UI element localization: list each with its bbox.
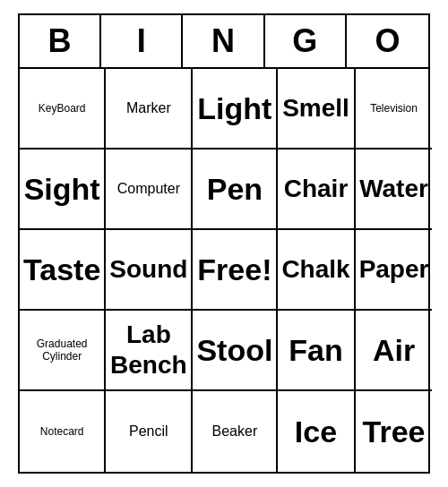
cell-text: Graduated Cylinder bbox=[23, 337, 100, 363]
bingo-header: BINGO bbox=[20, 15, 428, 69]
bingo-card: BINGO KeyBoardMarkerLightSmellTelevision… bbox=[18, 13, 430, 474]
bingo-cell[interactable]: Sight bbox=[20, 150, 106, 230]
bingo-cell[interactable]: Chalk bbox=[278, 230, 355, 311]
cell-text: Light bbox=[197, 90, 271, 127]
cell-text: Notecard bbox=[40, 425, 84, 438]
bingo-cell[interactable]: Free! bbox=[193, 230, 278, 311]
cell-text: Chalk bbox=[281, 254, 349, 285]
bingo-cell[interactable]: Sound bbox=[106, 230, 193, 311]
bingo-cell[interactable]: Pencil bbox=[106, 391, 193, 472]
header-letter: O bbox=[347, 15, 428, 67]
header-letter: I bbox=[101, 15, 183, 67]
cell-text: Computer bbox=[117, 180, 180, 197]
cell-text: Chair bbox=[284, 174, 349, 204]
cell-text: Ice bbox=[295, 414, 337, 450]
cell-text: KeyBoard bbox=[39, 102, 86, 115]
cell-text: Television bbox=[370, 102, 418, 115]
bingo-cell[interactable]: Lab Bench bbox=[106, 311, 193, 391]
header-letter: N bbox=[183, 15, 264, 67]
cell-text: Taste bbox=[23, 252, 100, 288]
bingo-cell[interactable]: Notecard bbox=[20, 391, 106, 472]
bingo-cell[interactable]: Computer bbox=[106, 150, 193, 230]
bingo-cell[interactable]: Paper bbox=[356, 230, 433, 311]
header-letter: B bbox=[20, 15, 101, 67]
bingo-grid: KeyBoardMarkerLightSmellTelevisionSightC… bbox=[20, 69, 428, 472]
bingo-cell[interactable]: Water bbox=[356, 150, 433, 230]
cell-text: Marker bbox=[126, 99, 171, 116]
bingo-cell[interactable]: Graduated Cylinder bbox=[20, 311, 106, 391]
bingo-cell[interactable]: Television bbox=[356, 69, 433, 150]
cell-text: Air bbox=[373, 332, 415, 369]
cell-text: Stool bbox=[196, 332, 272, 369]
cell-text: Sight bbox=[24, 171, 100, 208]
bingo-cell[interactable]: KeyBoard bbox=[20, 69, 106, 150]
cell-text: Pencil bbox=[129, 423, 168, 440]
bingo-cell[interactable]: Air bbox=[356, 311, 433, 391]
cell-text: Paper bbox=[359, 254, 429, 285]
cell-text: Fan bbox=[289, 332, 342, 369]
bingo-cell[interactable]: Fan bbox=[278, 311, 355, 391]
bingo-cell[interactable]: Tree bbox=[356, 391, 433, 472]
bingo-cell[interactable]: Marker bbox=[106, 69, 193, 150]
bingo-cell[interactable]: Taste bbox=[20, 230, 106, 311]
bingo-cell[interactable]: Ice bbox=[278, 391, 355, 472]
cell-text: Beaker bbox=[212, 423, 258, 440]
cell-text: Smell bbox=[282, 93, 349, 124]
cell-text: Free! bbox=[197, 252, 271, 288]
bingo-cell[interactable]: Chair bbox=[278, 150, 355, 230]
bingo-cell[interactable]: Light bbox=[193, 69, 278, 150]
bingo-cell[interactable]: Beaker bbox=[193, 391, 278, 472]
bingo-cell[interactable]: Smell bbox=[278, 69, 355, 150]
cell-text: Sound bbox=[109, 254, 187, 285]
cell-text: Tree bbox=[363, 414, 426, 450]
bingo-cell[interactable]: Stool bbox=[193, 311, 278, 391]
cell-text: Lab Bench bbox=[109, 320, 187, 380]
cell-text: Pen bbox=[207, 171, 263, 208]
cell-text: Water bbox=[359, 174, 428, 204]
header-letter: G bbox=[265, 15, 347, 67]
bingo-cell[interactable]: Pen bbox=[193, 150, 278, 230]
